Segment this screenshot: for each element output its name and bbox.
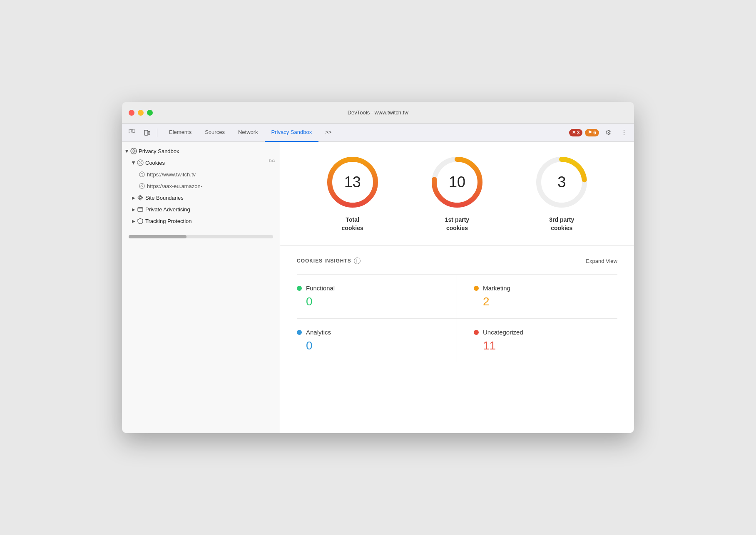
triangle-icon: ▶ [132, 219, 135, 223]
svg-point-22 [141, 186, 142, 187]
insight-marketing: Marketing 2 [457, 275, 617, 319]
insights-section: COOKIES INSIGHTS i Expand View Functiona… [280, 246, 634, 433]
svg-point-28 [139, 197, 142, 199]
insight-functional-label-row: Functional [297, 285, 450, 292]
total-cookies-donut: 13 Total cookies [326, 155, 380, 232]
triangle-icon: ▶ [132, 207, 135, 212]
sidebar-item-tracking-protection[interactable]: ▶ Tracking Protection [122, 215, 280, 227]
svg-point-16 [142, 173, 143, 174]
private-advertising-icon [137, 206, 144, 213]
title-bar: DevTools - www.twitch.tv/ [122, 102, 634, 124]
svg-point-10 [141, 163, 142, 164]
minimize-button[interactable] [138, 110, 144, 116]
insight-functional: Functional 0 [297, 275, 457, 319]
inspector-icon[interactable] [125, 126, 139, 139]
close-button[interactable] [129, 110, 134, 116]
functional-dot [297, 286, 302, 291]
first-party-donut: 10 1st party cookies [430, 155, 484, 232]
toolbar-divider [157, 129, 157, 137]
first-party-label: 1st party cookies [445, 216, 469, 232]
svg-rect-3 [148, 131, 150, 134]
total-cookies-label: Total cookies [342, 216, 363, 232]
tab-elements[interactable]: Elements [162, 124, 198, 142]
svg-point-19 [139, 183, 144, 188]
svg-rect-1 [132, 130, 135, 132]
tab-more[interactable]: >> [318, 124, 338, 142]
insights-grid: Functional 0 Marketing 2 [297, 275, 617, 362]
svg-point-23 [142, 186, 143, 187]
devtools-window: DevTools - www.twitch.tv/ Elements Sourc… [122, 102, 634, 433]
sidebar-item-privacy-sandbox[interactable]: ▶ Privacy Sandbox [122, 145, 280, 157]
svg-point-11 [140, 162, 141, 163]
cookie-item-icon [139, 171, 145, 178]
insight-analytics-label-row: Analytics [297, 329, 450, 336]
info-icon[interactable]: i [354, 258, 361, 264]
toolbar-right: ✕ 3 ⚑ 6 ⚙ ⋮ [569, 126, 631, 139]
sidebar-item-cookies[interactable]: ▶ Cookies [122, 157, 280, 168]
svg-point-21 [142, 185, 143, 186]
third-party-donut-circle: 3 [535, 155, 589, 209]
svg-point-7 [139, 161, 140, 162]
svg-point-14 [139, 172, 144, 177]
functional-value: 0 [306, 295, 450, 308]
third-party-label: 3rd party cookies [549, 216, 574, 232]
main-area: ▶ Privacy Sandbox ▶ [122, 142, 634, 433]
insights-title: COOKIES INSIGHTS i [297, 258, 361, 264]
window-title: DevTools - www.twitch.tv/ [348, 109, 409, 116]
device-icon[interactable] [140, 126, 154, 139]
insight-uncategorized: Uncategorized 11 [457, 319, 617, 362]
warning-badge[interactable]: ⚑ 6 [585, 129, 599, 136]
svg-point-15 [141, 173, 142, 174]
triangle-icon: ▶ [132, 161, 136, 164]
triangle-icon: ▶ [125, 149, 129, 153]
privacy-sandbox-icon [130, 148, 137, 154]
insights-header: COOKIES INSIGHTS i Expand View [297, 258, 617, 264]
insight-marketing-label-row: Marketing [474, 285, 611, 292]
third-party-donut: 3 3rd party cookies [535, 155, 589, 232]
svg-rect-29 [138, 208, 143, 211]
sidebar-scrollbar[interactable] [129, 235, 273, 238]
svg-point-18 [142, 175, 143, 176]
sidebar-item-site-boundaries[interactable]: ▶ Site Boundaries [122, 192, 280, 203]
tab-network[interactable]: Network [231, 124, 265, 142]
sidebar-item-amazon[interactable]: https://aax-eu.amazon- [122, 180, 280, 192]
cookies-action-icon[interactable] [268, 159, 276, 167]
cookie-item-icon [139, 183, 145, 189]
expand-view-button[interactable]: Expand View [586, 258, 617, 264]
total-donut-circle: 13 [326, 155, 380, 209]
svg-point-17 [141, 175, 142, 176]
analytics-value: 0 [306, 339, 450, 352]
first-party-donut-circle: 10 [430, 155, 484, 209]
sidebar-scrollbar-area [122, 227, 280, 245]
uncategorized-value: 11 [483, 339, 611, 352]
svg-rect-13 [273, 160, 275, 162]
toolbar-tabs: Elements Sources Network Privacy Sandbox… [162, 124, 338, 141]
more-options-icon[interactable]: ⋮ [617, 126, 631, 139]
donut-section: 13 Total cookies [280, 142, 634, 246]
error-badge[interactable]: ✕ 3 [569, 129, 583, 136]
sidebar-item-twitch[interactable]: https://www.twitch.tv [122, 168, 280, 180]
settings-icon[interactable]: ⚙ [602, 126, 615, 139]
svg-point-20 [141, 185, 142, 186]
uncategorized-dot [474, 330, 479, 335]
window-controls [129, 110, 153, 116]
sidebar-item-private-advertising[interactable]: ▶ Private Advertising [122, 203, 280, 215]
analytics-dot [297, 330, 302, 335]
marketing-value: 2 [483, 295, 611, 308]
insight-uncategorized-label-row: Uncategorized [474, 329, 611, 336]
svg-point-9 [139, 163, 139, 164]
triangle-icon: ▶ [132, 196, 135, 200]
marketing-dot [474, 286, 479, 291]
tab-sources[interactable]: Sources [198, 124, 231, 142]
svg-rect-12 [269, 160, 271, 162]
maximize-button[interactable] [147, 110, 153, 116]
sidebar: ▶ Privacy Sandbox ▶ [122, 142, 280, 433]
svg-rect-0 [129, 130, 132, 132]
tracking-protection-icon [137, 218, 144, 224]
toolbar: Elements Sources Network Privacy Sandbox… [122, 124, 634, 142]
right-panel: 13 Total cookies [280, 142, 634, 433]
insight-analytics: Analytics 0 [297, 319, 457, 362]
site-boundaries-icon [137, 194, 144, 201]
svg-point-8 [141, 161, 142, 162]
tab-privacy-sandbox[interactable]: Privacy Sandbox [265, 124, 319, 142]
